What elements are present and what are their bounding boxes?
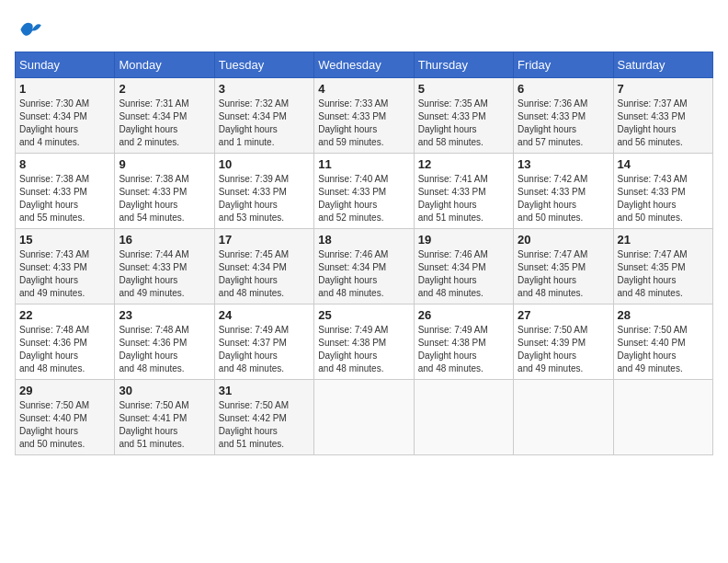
sunset-label: Sunset: 4:42 PM — [219, 413, 287, 423]
sunset-label: Sunset: 4:35 PM — [518, 262, 586, 272]
daylight-label: Daylight hours — [518, 350, 576, 361]
day-number: 13 — [518, 157, 609, 171]
calendar-day-cell: 4Sunrise: 7:33 AMSunset: 4:33 PMDaylight… — [314, 78, 414, 154]
calendar-day-cell: 14Sunrise: 7:43 AMSunset: 4:33 PMDayligh… — [613, 154, 712, 229]
day-number: 9 — [119, 157, 210, 171]
calendar-table: SundayMondayTuesdayWednesdayThursdayFrid… — [15, 52, 713, 455]
sunset-label: Sunset: 4:34 PM — [318, 262, 386, 272]
day-number: 10 — [219, 157, 310, 171]
calendar-day-cell: 7Sunrise: 7:37 AMSunset: 4:33 PMDaylight… — [613, 78, 712, 154]
day-info: Sunrise: 7:48 AMSunset: 4:36 PMDaylight … — [19, 324, 110, 375]
day-number: 26 — [418, 308, 509, 322]
daylight-duration: and 57 minutes. — [518, 137, 583, 147]
day-info: Sunrise: 7:50 AMSunset: 4:40 PMDaylight … — [19, 399, 110, 451]
calendar-day-cell: 24Sunrise: 7:49 AMSunset: 4:37 PMDayligh… — [214, 304, 313, 380]
sunrise-label: Sunrise: 7:41 AM — [418, 174, 488, 184]
day-number: 19 — [418, 233, 509, 247]
sunrise-label: Sunrise: 7:38 AM — [119, 174, 188, 184]
daylight-duration: and 49 minutes. — [19, 288, 85, 298]
daylight-label: Daylight hours — [418, 350, 477, 361]
daylight-duration: and 2 minutes. — [119, 137, 179, 147]
sunrise-label: Sunrise: 7:39 AM — [219, 174, 289, 184]
daylight-label: Daylight hours — [418, 275, 477, 285]
daylight-duration: and 49 minutes. — [618, 363, 683, 373]
daylight-label: Daylight hours — [19, 275, 78, 285]
daylight-duration: and 50 minutes. — [19, 439, 85, 449]
day-number: 28 — [618, 308, 709, 322]
calendar-day-cell: 9Sunrise: 7:38 AMSunset: 4:33 PMDaylight… — [115, 154, 214, 229]
calendar-day-cell: 2Sunrise: 7:31 AMSunset: 4:34 PMDaylight… — [115, 78, 214, 154]
calendar-day-cell: 26Sunrise: 7:49 AMSunset: 4:38 PMDayligh… — [414, 304, 513, 380]
calendar-day-cell: 22Sunrise: 7:48 AMSunset: 4:36 PMDayligh… — [16, 304, 115, 380]
daylight-duration: and 56 minutes. — [618, 137, 683, 147]
daylight-label: Daylight hours — [119, 275, 177, 285]
day-number: 8 — [19, 157, 110, 171]
day-number: 15 — [19, 233, 110, 247]
day-info: Sunrise: 7:49 AMSunset: 4:38 PMDaylight … — [418, 324, 509, 375]
sunrise-label: Sunrise: 7:46 AM — [418, 249, 488, 259]
daylight-duration: and 48 minutes. — [318, 363, 383, 373]
daylight-label: Daylight hours — [19, 350, 78, 361]
day-number: 11 — [318, 157, 409, 171]
sunrise-label: Sunrise: 7:48 AM — [119, 325, 188, 335]
calendar-day-cell: 6Sunrise: 7:36 AMSunset: 4:33 PMDaylight… — [514, 78, 613, 154]
day-number: 29 — [19, 384, 110, 397]
weekday-header-thursday: Thursday — [414, 52, 513, 78]
calendar-day-cell: 5Sunrise: 7:35 AMSunset: 4:33 PMDaylight… — [414, 78, 513, 154]
calendar-day-cell: 23Sunrise: 7:48 AMSunset: 4:36 PMDayligh… — [115, 304, 214, 380]
daylight-label: Daylight hours — [219, 275, 278, 285]
day-info: Sunrise: 7:49 AMSunset: 4:38 PMDaylight … — [318, 324, 409, 375]
sunset-label: Sunset: 4:40 PM — [19, 413, 87, 423]
calendar-day-cell: 28Sunrise: 7:50 AMSunset: 4:40 PMDayligh… — [613, 304, 712, 380]
calendar-week-row: 22Sunrise: 7:48 AMSunset: 4:36 PMDayligh… — [16, 304, 713, 380]
calendar-day-cell: 13Sunrise: 7:42 AMSunset: 4:33 PMDayligh… — [514, 154, 613, 229]
daylight-duration: and 50 minutes. — [618, 213, 683, 223]
daylight-duration: and 53 minutes. — [219, 213, 284, 223]
day-info: Sunrise: 7:48 AMSunset: 4:36 PMDaylight … — [119, 324, 210, 375]
sunrise-label: Sunrise: 7:50 AM — [219, 400, 289, 410]
daylight-duration: and 51 minutes. — [119, 439, 184, 449]
sunset-label: Sunset: 4:34 PM — [19, 111, 87, 121]
sunset-label: Sunset: 4:33 PM — [418, 187, 486, 197]
day-number: 22 — [19, 308, 110, 322]
calendar-day-cell: 3Sunrise: 7:32 AMSunset: 4:34 PMDaylight… — [214, 78, 313, 154]
daylight-duration: and 48 minutes. — [418, 288, 483, 298]
daylight-duration: and 48 minutes. — [19, 363, 85, 373]
daylight-duration: and 48 minutes. — [219, 363, 284, 373]
daylight-label: Daylight hours — [219, 350, 278, 361]
sunrise-label: Sunrise: 7:32 AM — [219, 98, 289, 109]
daylight-duration: and 59 minutes. — [318, 137, 383, 147]
daylight-duration: and 48 minutes. — [219, 288, 284, 298]
calendar-day-cell: 29Sunrise: 7:50 AMSunset: 4:40 PMDayligh… — [16, 380, 115, 455]
calendar-day-cell: 21Sunrise: 7:47 AMSunset: 4:35 PMDayligh… — [613, 229, 712, 304]
sunset-label: Sunset: 4:33 PM — [418, 111, 486, 121]
daylight-label: Daylight hours — [518, 200, 576, 210]
day-info: Sunrise: 7:46 AMSunset: 4:34 PMDaylight … — [418, 248, 509, 300]
sunrise-label: Sunrise: 7:35 AM — [418, 98, 488, 109]
sunset-label: Sunset: 4:38 PM — [418, 338, 486, 348]
daylight-label: Daylight hours — [119, 200, 177, 210]
sunset-label: Sunset: 4:33 PM — [318, 111, 386, 121]
sunrise-label: Sunrise: 7:43 AM — [618, 174, 688, 184]
day-info: Sunrise: 7:50 AMSunset: 4:42 PMDaylight … — [219, 399, 310, 451]
sunrise-label: Sunrise: 7:31 AM — [119, 98, 188, 109]
sunrise-label: Sunrise: 7:43 AM — [19, 249, 89, 259]
weekday-header-friday: Friday — [514, 52, 613, 78]
sunset-label: Sunset: 4:33 PM — [618, 187, 686, 197]
daylight-label: Daylight hours — [19, 124, 78, 134]
daylight-duration: and 50 minutes. — [518, 213, 583, 223]
daylight-duration: and 48 minutes. — [618, 288, 683, 298]
logo-icon — [15, 15, 44, 44]
calendar-header-row: SundayMondayTuesdayWednesdayThursdayFrid… — [16, 52, 713, 78]
sunrise-label: Sunrise: 7:49 AM — [219, 325, 289, 335]
daylight-label: Daylight hours — [618, 350, 677, 361]
calendar-day-cell: 12Sunrise: 7:41 AMSunset: 4:33 PMDayligh… — [414, 154, 513, 229]
calendar-day-cell: 25Sunrise: 7:49 AMSunset: 4:38 PMDayligh… — [314, 304, 414, 380]
day-number: 21 — [618, 233, 709, 247]
sunset-label: Sunset: 4:39 PM — [518, 338, 586, 348]
empty-day-cell — [514, 380, 613, 455]
sunset-label: Sunset: 4:33 PM — [618, 111, 686, 121]
day-info: Sunrise: 7:32 AMSunset: 4:34 PMDaylight … — [219, 98, 310, 149]
daylight-label: Daylight hours — [318, 124, 377, 134]
sunrise-label: Sunrise: 7:36 AM — [518, 98, 587, 109]
